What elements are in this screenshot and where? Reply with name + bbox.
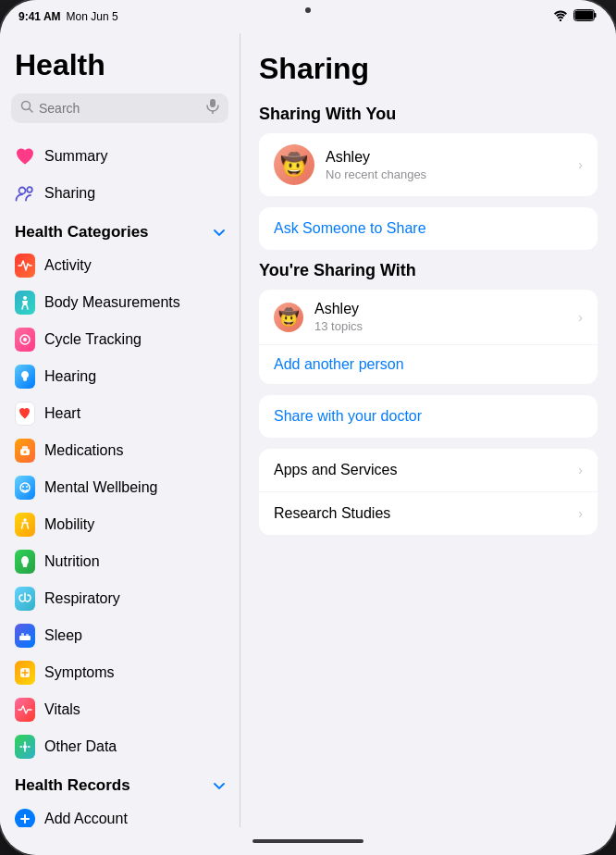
sidebar-title: Health xyxy=(0,48,240,93)
sleep-icon xyxy=(15,626,35,646)
add-account-icon xyxy=(15,809,35,827)
sidebar-item-symptoms[interactable]: Symptoms xyxy=(0,654,240,691)
share-doctor-label: Share with your doctor xyxy=(274,408,422,424)
other-options-card: Apps and Services › Research Studies › xyxy=(259,449,598,535)
health-records-chevron xyxy=(214,778,225,793)
health-categories-header[interactable]: Health Categories xyxy=(0,212,240,247)
home-indicator xyxy=(253,839,363,843)
body-icon xyxy=(15,292,35,313)
sidebar-item-sharing[interactable]: Sharing xyxy=(0,175,240,212)
svg-point-14 xyxy=(23,338,27,341)
wifi-icon xyxy=(553,10,568,24)
activity-icon xyxy=(15,255,35,276)
camera-dot xyxy=(305,7,311,13)
sidebar-item-add-account[interactable]: Add Account xyxy=(0,800,240,827)
sidebar-item-activity-label: Activity xyxy=(44,257,92,274)
svg-line-12 xyxy=(27,305,28,309)
svg-rect-22 xyxy=(19,636,31,640)
search-icon xyxy=(20,100,33,117)
sharing-icon xyxy=(15,183,35,204)
other-icon xyxy=(15,737,35,757)
hearing-icon xyxy=(15,366,35,387)
time: 9:41 AM xyxy=(18,10,61,23)
svg-point-0 xyxy=(560,19,561,20)
nutrition-icon xyxy=(15,551,35,572)
svg-rect-2 xyxy=(595,13,597,18)
ashley-received-name: Ashley xyxy=(326,149,567,166)
battery-icon xyxy=(573,9,598,24)
main-container: Health xyxy=(0,33,616,827)
content-title: Sharing xyxy=(259,52,598,86)
ashley-sharing-sub: 13 topics xyxy=(314,319,567,333)
svg-point-9 xyxy=(27,187,32,192)
svg-rect-6 xyxy=(210,99,216,107)
sidebar-item-other[interactable]: Other Data xyxy=(0,728,240,765)
research-studies-chevron: › xyxy=(578,506,583,521)
sidebar-item-vitals[interactable]: Vitals xyxy=(0,691,240,728)
sidebar-item-summary[interactable]: Summary xyxy=(0,138,240,175)
sidebar-item-body[interactable]: Body Measurements xyxy=(0,284,240,321)
sidebar-item-respiratory-label: Respiratory xyxy=(44,590,120,607)
mental-icon xyxy=(15,477,35,498)
sidebar-item-other-label: Other Data xyxy=(44,738,117,755)
bottom-bar xyxy=(0,827,616,855)
sidebar-item-hearing[interactable]: Hearing xyxy=(0,358,240,395)
ask-someone-card[interactable]: Ask Someone to Share xyxy=(259,207,598,250)
health-categories-chevron xyxy=(214,225,225,240)
date: Mon Jun 5 xyxy=(67,10,118,23)
sidebar-item-heart-label: Heart xyxy=(44,405,80,422)
search-bar[interactable] xyxy=(11,93,228,123)
sidebar-item-mobility[interactable]: Mobility xyxy=(0,506,240,543)
sidebar-item-sleep-label: Sleep xyxy=(44,627,82,644)
sidebar-item-respiratory[interactable]: Respiratory xyxy=(0,580,240,617)
sidebar-item-activity[interactable]: Activity xyxy=(0,247,240,284)
health-records-header[interactable]: Health Records xyxy=(0,765,240,800)
sidebar-item-medications[interactable]: Medications xyxy=(0,432,240,469)
ashley-sharing-avatar: 🤠 xyxy=(274,303,303,332)
sidebar: Health xyxy=(0,33,240,827)
health-records-title: Health Records xyxy=(15,776,130,795)
svg-point-17 xyxy=(24,451,27,453)
ashley-received-chevron: › xyxy=(578,157,583,172)
svg-rect-24 xyxy=(26,634,29,637)
svg-rect-3 xyxy=(575,11,594,20)
share-doctor-card[interactable]: Share with your doctor xyxy=(259,395,598,438)
add-person-row[interactable]: Add another person xyxy=(259,345,598,384)
sidebar-item-symptoms-label: Symptoms xyxy=(44,664,115,681)
sidebar-item-mobility-label: Mobility xyxy=(44,516,94,533)
ashley-sharing-row[interactable]: 🤠 Ashley 13 topics › xyxy=(259,290,598,345)
status-right xyxy=(553,9,598,24)
respiratory-icon xyxy=(15,589,35,609)
svg-line-5 xyxy=(30,109,33,113)
sidebar-item-summary-label: Summary xyxy=(44,148,107,165)
sidebar-item-mental[interactable]: Mental Wellbeing xyxy=(0,469,240,506)
status-bar: 9:41 AM Mon Jun 5 xyxy=(0,0,616,33)
ashley-received-sub: No recent changes xyxy=(326,167,567,181)
sidebar-item-nutrition[interactable]: Nutrition xyxy=(0,543,240,580)
svg-point-20 xyxy=(26,486,28,488)
mobility-icon xyxy=(15,514,35,535)
sidebar-item-cycle[interactable]: Cycle Tracking xyxy=(0,321,240,358)
ashley-received-info: Ashley No recent changes xyxy=(326,149,567,181)
sidebar-item-add-account-label: Add Account xyxy=(44,811,128,827)
ashley-received-avatar: 🤠 xyxy=(274,144,314,185)
vitals-icon xyxy=(15,700,35,720)
add-person-label: Add another person xyxy=(274,356,404,373)
ashley-received-row[interactable]: 🤠 Ashley No recent changes › xyxy=(259,133,598,196)
sidebar-item-sleep[interactable]: Sleep xyxy=(0,617,240,654)
svg-point-21 xyxy=(23,518,27,522)
sidebar-item-heart[interactable]: Heart xyxy=(0,395,240,432)
research-studies-row[interactable]: Research Studies › xyxy=(259,492,598,535)
sidebar-item-vitals-label: Vitals xyxy=(44,701,80,718)
apps-services-label: Apps and Services xyxy=(274,462,397,478)
apps-services-row[interactable]: Apps and Services › xyxy=(259,449,598,492)
medications-icon xyxy=(15,440,35,461)
ashley-sharing-chevron: › xyxy=(578,310,583,325)
sharing-with-you-label: Sharing With You xyxy=(259,105,598,124)
sidebar-item-mental-label: Mental Wellbeing xyxy=(44,479,157,496)
youre-sharing-card: 🤠 Ashley 13 topics › Add another person xyxy=(259,290,598,384)
sidebar-item-hearing-label: Hearing xyxy=(44,368,96,385)
search-input[interactable] xyxy=(39,101,201,116)
heart-icon xyxy=(15,403,35,424)
content-area: Sharing Sharing With You 🤠 Ashley No rec… xyxy=(240,33,616,827)
